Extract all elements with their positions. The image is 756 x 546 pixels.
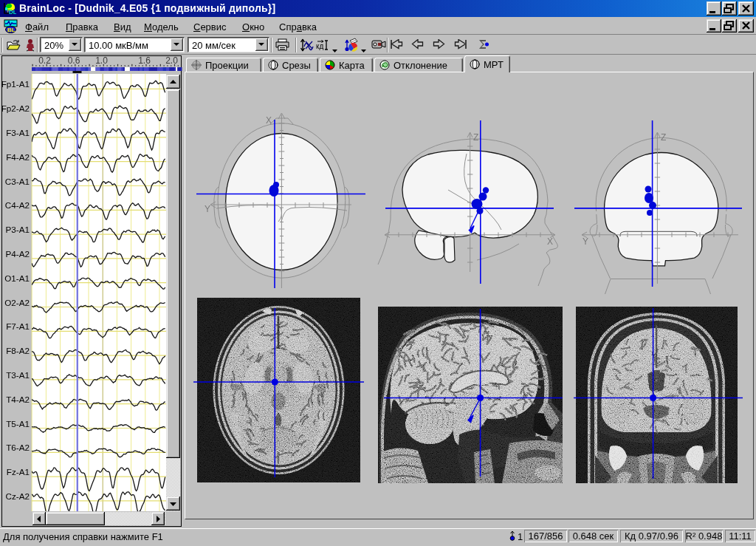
- svg-text:X: X: [547, 236, 553, 247]
- svg-text:0.2: 0.2: [38, 55, 51, 66]
- svg-text:T4-A2: T4-A2: [6, 395, 30, 404]
- svg-text:T3-A1: T3-A1: [6, 370, 30, 380]
- svg-text:O1-A1: O1-A1: [4, 273, 30, 283]
- svg-text:X: X: [266, 115, 272, 126]
- svg-text:1.0: 1.0: [95, 55, 108, 66]
- svg-text:2.0: 2.0: [165, 55, 178, 66]
- svg-text:O2-A2: O2-A2: [4, 298, 30, 307]
- svg-text:C3-A1: C3-A1: [5, 177, 30, 186]
- svg-text:Fp2-A2: Fp2-A2: [1, 103, 30, 113]
- svg-text:F4-A2: F4-A2: [6, 152, 30, 162]
- svg-text:F7-A1: F7-A1: [6, 321, 30, 331]
- svg-text:Cz-A2: Cz-A2: [6, 491, 30, 501]
- svg-text:Y: Y: [583, 236, 588, 247]
- svg-text:Fp1-A1: Fp1-A1: [1, 79, 30, 89]
- svg-text:T6-A2: T6-A2: [6, 443, 30, 452]
- svg-text:0.6: 0.6: [68, 55, 80, 66]
- svg-text:P4-A2: P4-A2: [6, 249, 30, 259]
- svg-text:C4-A2: C4-A2: [5, 200, 30, 210]
- svg-text:Y: Y: [205, 204, 210, 214]
- svg-text:BL: BL: [7, 27, 16, 33]
- svg-text:F8-A2: F8-A2: [6, 346, 30, 355]
- svg-text:T5-A1: T5-A1: [6, 419, 30, 429]
- svg-text:кд: кд: [316, 42, 323, 50]
- svg-text:Z: Z: [661, 132, 666, 143]
- svg-text:P3-A1: P3-A1: [6, 225, 30, 234]
- svg-text:DL: DL: [9, 9, 16, 16]
- svg-text:F3-A1: F3-A1: [6, 128, 30, 137]
- svg-text:Fz-A1: Fz-A1: [7, 467, 30, 477]
- svg-text:Z: Z: [473, 132, 478, 143]
- svg-text:1.6: 1.6: [138, 55, 151, 66]
